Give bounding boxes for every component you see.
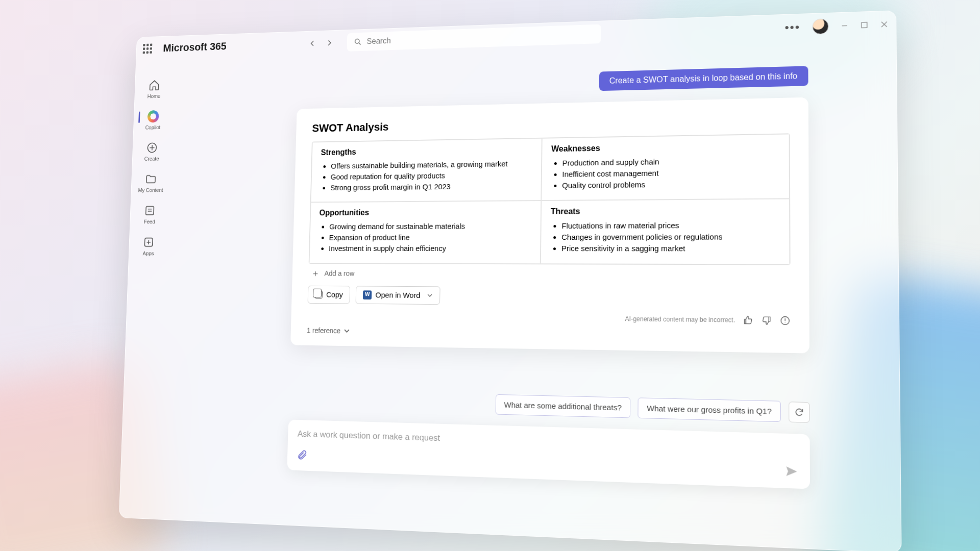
- swot-table: Strengths Offers sustainable building ma…: [309, 133, 791, 265]
- send-button[interactable]: [785, 464, 799, 481]
- cell-list: Growing demand for sustainable materials…: [318, 220, 531, 254]
- list-item: Investment in supply chain efficiency: [329, 243, 531, 254]
- cell-heading: Strengths: [321, 145, 532, 157]
- app-window: Microsoft 365 ••• Home: [119, 10, 902, 551]
- window-maximize-icon[interactable]: [861, 21, 868, 29]
- search-box[interactable]: [347, 24, 601, 52]
- rail-item-copilot[interactable]: Copilot: [145, 110, 161, 131]
- attach-button[interactable]: [297, 449, 307, 462]
- copy-label: Copy: [326, 290, 343, 299]
- titlebar: Microsoft 365 •••: [136, 11, 896, 61]
- svg-rect-1: [862, 22, 867, 28]
- chevron-down-icon: [344, 327, 350, 334]
- card-title: SWOT Analysis: [312, 112, 790, 135]
- cell-list: Production and supply chainInefficient c…: [551, 155, 779, 191]
- folder-icon: [145, 173, 157, 186]
- home-icon: [149, 79, 160, 92]
- rail-item-mycontent[interactable]: My Content: [138, 173, 163, 193]
- list-item: Price sensitivity in a sagging market: [561, 242, 779, 254]
- copy-icon: [315, 290, 323, 298]
- rail-item-create[interactable]: Create: [144, 141, 160, 162]
- suggestion-row: What are some additional threats? What w…: [289, 389, 810, 422]
- main-content: Create a SWOT analysis in loop based on …: [174, 64, 878, 535]
- thumbs-up-icon[interactable]: [743, 315, 753, 325]
- nav-forward-icon[interactable]: [325, 39, 333, 47]
- plus-icon: ＋: [311, 268, 320, 278]
- add-row-button[interactable]: ＋ Add a row: [308, 264, 791, 281]
- ai-disclaimer: AI-generated content may be incorrect.: [625, 315, 735, 323]
- search-input[interactable]: [366, 30, 594, 46]
- swot-cell-strengths: Strengths Offers sustainable building ma…: [311, 138, 542, 203]
- create-icon: [146, 141, 158, 154]
- left-nav-rail: Home Copilot Create My Content Feed Apps: [129, 74, 174, 256]
- rail-item-apps[interactable]: Apps: [142, 236, 155, 257]
- rail-label: Home: [148, 93, 161, 99]
- rail-label: Copilot: [145, 124, 160, 131]
- thumbs-down-icon[interactable]: [761, 315, 772, 325]
- rail-item-feed[interactable]: Feed: [143, 205, 156, 225]
- list-item: Changes in government policies or regula…: [561, 231, 779, 243]
- cell-heading: Weaknesses: [551, 141, 779, 154]
- nav-back-icon[interactable]: [309, 39, 316, 47]
- swot-cell-weaknesses: Weaknesses Production and supply chainIn…: [541, 134, 790, 201]
- open-in-word-button[interactable]: Open in Word: [356, 286, 440, 305]
- list-item: Fluctuations in raw material prices: [561, 219, 779, 232]
- copy-button[interactable]: Copy: [308, 285, 351, 304]
- app-launcher-icon[interactable]: [143, 43, 153, 54]
- send-icon: [785, 464, 799, 479]
- word-icon: [363, 290, 372, 299]
- paperclip-icon: [297, 449, 307, 461]
- rail-label: Feed: [144, 219, 155, 224]
- window-minimize-icon[interactable]: [841, 22, 848, 30]
- rail-item-home[interactable]: Home: [148, 79, 161, 99]
- chevron-down-icon: [427, 292, 433, 298]
- list-item: Growing demand for sustainable materials: [329, 220, 531, 232]
- response-card: SWOT Analysis Strengths Offers sustainab…: [290, 97, 810, 353]
- svg-rect-3: [146, 207, 154, 215]
- swot-cell-threats: Threats Fluctuations in raw material pri…: [541, 199, 790, 264]
- references-toggle[interactable]: 1 reference: [307, 326, 791, 341]
- list-item: Expansion of product line: [329, 232, 531, 243]
- svg-point-0: [355, 39, 359, 43]
- refresh-suggestions-button[interactable]: [789, 402, 810, 423]
- report-icon[interactable]: [779, 315, 791, 325]
- suggestion-chip[interactable]: What were our gross profits in Q1?: [638, 397, 781, 422]
- user-avatar[interactable]: [812, 18, 828, 35]
- copilot-icon: [147, 110, 159, 123]
- add-row-label: Add a row: [324, 269, 354, 277]
- chat-input-bar: [287, 419, 810, 489]
- feed-icon: [144, 205, 156, 217]
- user-message-bubble: Create a SWOT analysis in loop based on …: [599, 66, 808, 91]
- swot-cell-opportunities: Opportunities Growing demand for sustain…: [309, 201, 542, 263]
- cell-list: Offers sustainable building materials, a…: [320, 158, 532, 193]
- search-icon: [354, 37, 362, 46]
- rail-label: Create: [144, 156, 159, 162]
- brand-label: Microsoft 365: [163, 40, 227, 55]
- window-close-icon[interactable]: [880, 20, 888, 28]
- apps-icon: [142, 236, 155, 248]
- cell-heading: Opportunities: [319, 207, 531, 217]
- rail-label: My Content: [138, 187, 163, 193]
- list-item: Quality control problems: [562, 178, 779, 191]
- list-item: Strong gross profit margin in Q1 2023: [330, 180, 532, 193]
- refresh-icon: [794, 407, 804, 417]
- suggestion-chip[interactable]: What are some additional threats?: [495, 394, 630, 418]
- more-options-icon[interactable]: •••: [785, 21, 800, 33]
- references-label: 1 reference: [307, 326, 340, 335]
- cell-list: Fluctuations in raw material pricesChang…: [550, 219, 779, 254]
- open-word-label: Open in Word: [375, 290, 420, 299]
- cell-heading: Threats: [551, 206, 779, 216]
- rail-label: Apps: [142, 251, 154, 256]
